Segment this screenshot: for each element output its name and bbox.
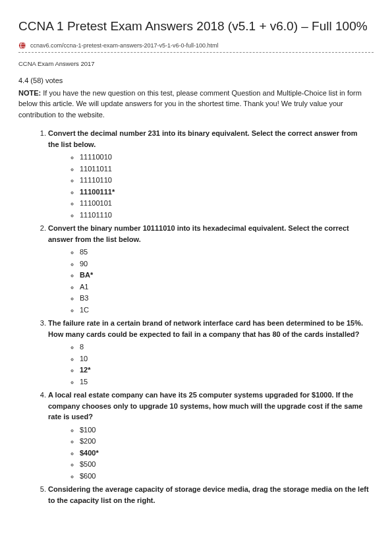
option-item: 1C (80, 305, 370, 316)
option-item: A1 (80, 281, 370, 293)
option-list: $100$200$400*$500$600 (48, 424, 370, 482)
option-item: 11100111* (80, 187, 370, 198)
question-item: A local real estate company can have its… (48, 390, 374, 481)
option-item: 85 (80, 247, 370, 258)
note-label: NOTE: (18, 89, 41, 97)
page-title: CCNA 1 Pretest Exam Answers 2018 (v5.1 +… (18, 18, 374, 35)
option-item: 15 (80, 376, 370, 388)
question-item: Considering the average capacity of stor… (48, 484, 374, 506)
question-item: Convert the binary number 10111010 into … (48, 223, 374, 315)
option-item: 90 (80, 258, 370, 270)
option-list: 81012*15 (48, 341, 370, 387)
option-item: 10 (80, 353, 370, 365)
option-item: 11011011 (80, 163, 370, 175)
question-item: Convert the decimal number 231 into its … (48, 128, 374, 220)
option-list: 8590BA*A1B31C (48, 247, 370, 315)
option-item: $100 (80, 424, 370, 436)
question-item: The failure rate in a certain brand of n… (48, 318, 374, 387)
option-item: BA* (80, 270, 370, 281)
option-item: 8 (80, 341, 370, 353)
note-text: NOTE: If you have the new question on th… (18, 88, 374, 121)
option-item: $400* (80, 448, 370, 459)
question-list: Convert the decimal number 231 into its … (18, 128, 374, 506)
question-text: The failure rate in a certain brand of n… (48, 319, 363, 338)
question-text: Convert the decimal number 231 into its … (48, 129, 357, 148)
question-text: Considering the average capacity of stor… (48, 485, 369, 504)
question-text: A local real estate company can have its… (48, 391, 362, 421)
option-item: $200 (80, 436, 370, 447)
option-item: 11110010 (80, 152, 370, 163)
option-list: 11110010110110111111011011100111*1110010… (48, 152, 370, 220)
option-item: $600 (80, 471, 370, 482)
option-item: 11100101 (80, 198, 370, 209)
option-item: 12* (80, 365, 370, 376)
note-body: If you have the new question on this tes… (18, 89, 362, 119)
breadcrumb: CCNA Exam Answers 2017 (18, 59, 374, 69)
source-url-line: ccnav6.com/ccna-1-pretest-exam-answers-2… (18, 42, 374, 53)
option-item: 11101110 (80, 210, 370, 221)
option-item: B3 (80, 293, 370, 304)
source-url: ccnav6.com/ccna-1-pretest-exam-answers-2… (30, 42, 219, 51)
option-item: $500 (80, 459, 370, 470)
site-icon (18, 42, 26, 49)
question-text: Convert the binary number 10111010 into … (48, 224, 349, 243)
option-item: 11110110 (80, 175, 370, 186)
rating-text: 4.4 (58) votes (18, 75, 374, 86)
